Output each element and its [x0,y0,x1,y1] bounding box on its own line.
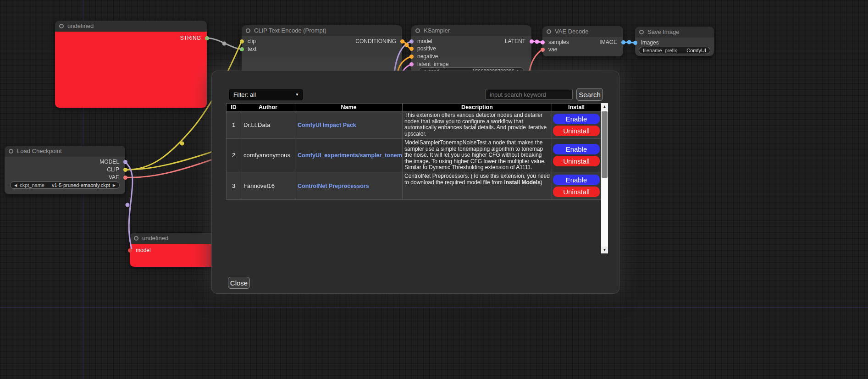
extension-link[interactable]: ComfyUI Impact Pack [298,122,356,128]
slot-dot[interactable] [123,168,127,172]
increment-arrow-icon[interactable]: ▶ [113,183,116,187]
output-slot-string[interactable]: STRING [180,34,207,42]
node-titlebar[interactable]: VAE Decode [542,26,623,37]
node-undefined-top[interactable]: undefined STRING [55,21,207,108]
output-slot-vae[interactable]: VAE [109,174,125,181]
node-titlebar[interactable]: KSampler [411,25,531,36]
slot-dot[interactable] [123,160,127,164]
slot-dot[interactable] [409,39,414,44]
row-name: ComfyUI Impact Pack [295,111,403,139]
enable-button[interactable]: Enable [553,144,600,154]
slot-label: latent_image [417,61,449,67]
row-install: EnableUninstall [552,111,601,139]
row-install: EnableUninstall [552,172,601,199]
output-slot-conditioning[interactable]: CONDITIONING [355,38,402,45]
filter-select-wrap: Filter: all ▼ [229,89,303,100]
filename-prefix-widget[interactable]: filename_prefix ComfyUI [639,47,710,54]
column-header-name: Name [295,104,403,111]
node-titlebar[interactable]: CLIP Text Encode (Prompt) [242,25,402,36]
input-slot-samples[interactable]: samples [542,38,569,46]
column-header-id: ID [227,104,241,111]
collapse-dot-icon[interactable] [9,149,13,154]
node-body: samples vae IMAGE [542,37,623,56]
extension-row: 1Dr.Lt.DataComfyUI Impact PackThis exten… [227,111,601,139]
close-button[interactable]: Close [228,277,250,289]
uninstall-button[interactable]: Uninstall [553,126,600,136]
output-slot-clip[interactable]: CLIP [107,166,125,173]
node-title: CLIP Text Encode (Prompt) [254,27,326,34]
slot-dot[interactable] [123,176,127,180]
node-clip-text-encode[interactable]: CLIP Text Encode (Prompt) clip text COND… [242,25,402,76]
node-save-image[interactable]: Save Image images filename_prefix ComfyU… [635,27,714,56]
slot-dot[interactable] [409,62,414,66]
output-slot-latent[interactable]: LATENT [505,38,531,45]
enable-button[interactable]: Enable [553,114,600,124]
extension-link[interactable]: ControlNet Preprocessors [298,183,369,189]
slot-dot[interactable] [409,47,414,51]
filter-select[interactable]: Filter: all [229,89,303,100]
input-slot-negative[interactable]: negative [411,53,438,60]
node-titlebar[interactable]: undefined [55,21,207,32]
slot-dot[interactable] [621,40,625,44]
node-ksampler[interactable]: KSampler model positive negative latent_… [411,25,531,77]
slot-dot[interactable] [541,48,545,52]
column-header-author: Author [241,104,295,111]
scroll-down-arrow-icon[interactable]: ▼ [601,247,608,253]
node-body: clip text CONDITIONING [242,36,402,76]
input-slot-vae[interactable]: vae [542,46,557,53]
slot-label: negative [417,53,438,60]
decrement-arrow-icon[interactable]: ◀ [14,183,17,187]
collapse-dot-icon[interactable] [639,30,644,34]
input-slot-positive[interactable]: positive [411,45,436,52]
slot-dot[interactable] [128,248,132,253]
graph-canvas[interactable]: undefined STRING CLIP Text Encode (Promp… [0,0,868,379]
extension-manager-dialog: Filter: all ▼ Search IDAuthorNameDescrip… [212,71,619,293]
collapse-dot-icon[interactable] [246,28,250,33]
slot-dot[interactable] [240,39,244,44]
slot-dot[interactable] [240,47,244,51]
collapse-dot-icon[interactable] [415,28,420,33]
scrollbar-thumb[interactable] [602,111,608,178]
table-scrollbar[interactable]: ▲ ▼ [601,103,608,253]
scroll-up-arrow-icon[interactable]: ▲ [601,103,608,110]
widget-value: ComfyUI [686,48,706,53]
row-author: Fannovel16 [241,172,295,199]
output-slot-image[interactable]: IMAGE [599,38,623,46]
slot-dot[interactable] [409,55,414,59]
node-titlebar[interactable]: Save Image [635,27,714,38]
widget-label: filename_prefix [643,48,677,53]
slot-dot[interactable] [530,39,534,44]
node-titlebar[interactable]: Load Checkpoint [5,146,125,157]
input-slot-model[interactable]: model [411,38,432,45]
node-title: undefined [142,235,168,242]
node-load-checkpoint[interactable]: Load Checkpoint MODEL CLIP VAE ◀ ckpt_na… [5,146,125,194]
slot-dot[interactable] [633,41,637,45]
input-slot-model[interactable]: model [130,247,151,254]
input-slot-images[interactable]: images [635,39,659,46]
slot-dot[interactable] [205,36,209,40]
search-input[interactable] [486,89,573,100]
row-id: 2 [227,139,241,172]
node-vae-decode[interactable]: VAE Decode samples vae IMAGE [542,26,623,56]
collapse-dot-icon[interactable] [547,29,551,34]
row-id: 1 [227,111,241,139]
ckpt-name-widget[interactable]: ◀ ckpt_name v1-5-pruned-emaonly.ckpt ▶ [10,181,120,189]
input-slot-text[interactable]: text [242,45,256,53]
row-author: Dr.Lt.Data [241,111,295,139]
output-slot-model[interactable]: MODEL [100,158,125,165]
column-header-install: Install [552,104,601,111]
slot-dot[interactable] [541,40,545,44]
extension-link[interactable]: ComfyUI_experiments/sampler_tonemap [298,152,403,159]
collapse-dot-icon[interactable] [59,24,64,28]
uninstall-button[interactable]: Uninstall [553,156,600,166]
uninstall-button[interactable]: Uninstall [553,187,600,197]
input-slot-latent-image[interactable]: latent_image [411,60,449,68]
input-slot-clip[interactable]: clip [242,38,256,45]
collapse-dot-icon[interactable] [134,236,138,241]
link-wire [125,159,212,177]
slot-label: MODEL [100,159,119,165]
search-button[interactable]: Search [576,88,603,101]
row-install: EnableUninstall [552,139,601,172]
slot-dot[interactable] [400,39,404,44]
enable-button[interactable]: Enable [553,175,600,185]
